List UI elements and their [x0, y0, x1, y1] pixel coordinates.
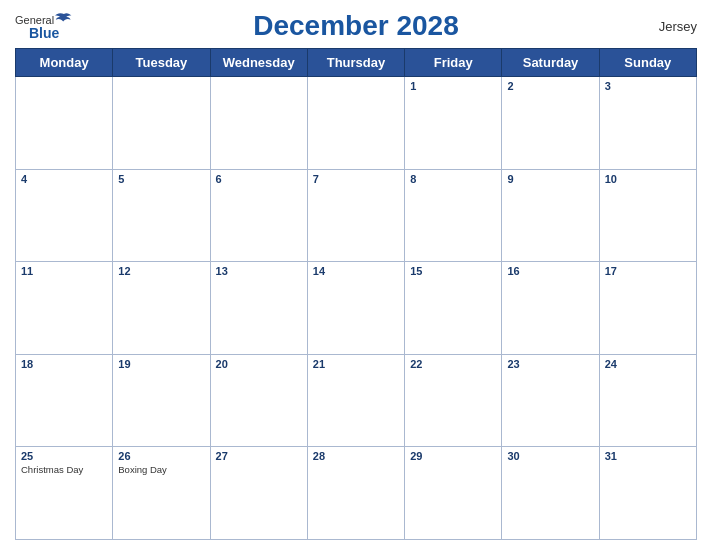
table-row: 1 — [405, 77, 502, 170]
calendar-header: General Blue December 2028 Jersey — [15, 10, 697, 42]
day-number: 23 — [507, 358, 593, 370]
day-number: 20 — [216, 358, 302, 370]
table-row: 28 — [307, 447, 404, 540]
table-row: 25Christmas Day — [16, 447, 113, 540]
table-row: 13 — [210, 262, 307, 355]
table-row: 31 — [599, 447, 696, 540]
day-number: 3 — [605, 80, 691, 92]
table-row — [307, 77, 404, 170]
header-wednesday: Wednesday — [210, 49, 307, 77]
day-number: 28 — [313, 450, 399, 462]
region-label: Jersey — [659, 19, 697, 34]
table-row: 14 — [307, 262, 404, 355]
table-row: 16 — [502, 262, 599, 355]
table-row: 3 — [599, 77, 696, 170]
table-row: 12 — [113, 262, 210, 355]
day-number: 25 — [21, 450, 107, 462]
table-row: 22 — [405, 354, 502, 447]
logo-bird-icon — [55, 12, 73, 26]
day-number: 5 — [118, 173, 204, 185]
table-row: 2 — [502, 77, 599, 170]
table-row: 30 — [502, 447, 599, 540]
table-row: 10 — [599, 169, 696, 262]
header-sunday: Sunday — [599, 49, 696, 77]
day-number: 7 — [313, 173, 399, 185]
header-monday: Monday — [16, 49, 113, 77]
table-row: 6 — [210, 169, 307, 262]
table-row: 17 — [599, 262, 696, 355]
calendar-table: Monday Tuesday Wednesday Thursday Friday… — [15, 48, 697, 540]
table-row: 15 — [405, 262, 502, 355]
day-number: 17 — [605, 265, 691, 277]
day-number: 4 — [21, 173, 107, 185]
header-saturday: Saturday — [502, 49, 599, 77]
table-row: 23 — [502, 354, 599, 447]
holiday-label: Christmas Day — [21, 464, 107, 475]
day-number: 9 — [507, 173, 593, 185]
day-number: 21 — [313, 358, 399, 370]
header-friday: Friday — [405, 49, 502, 77]
header-thursday: Thursday — [307, 49, 404, 77]
day-number: 11 — [21, 265, 107, 277]
calendar-week-row: 11121314151617 — [16, 262, 697, 355]
table-row — [113, 77, 210, 170]
table-row: 21 — [307, 354, 404, 447]
table-row: 20 — [210, 354, 307, 447]
day-number: 29 — [410, 450, 496, 462]
day-number: 31 — [605, 450, 691, 462]
day-number: 13 — [216, 265, 302, 277]
day-number: 10 — [605, 173, 691, 185]
table-row: 5 — [113, 169, 210, 262]
logo-general-text: General — [15, 14, 54, 26]
table-row: 4 — [16, 169, 113, 262]
table-row: 26Boxing Day — [113, 447, 210, 540]
day-number: 22 — [410, 358, 496, 370]
day-number: 30 — [507, 450, 593, 462]
table-row: 7 — [307, 169, 404, 262]
header-tuesday: Tuesday — [113, 49, 210, 77]
day-number: 27 — [216, 450, 302, 462]
table-row — [210, 77, 307, 170]
calendar-week-row: 25Christmas Day26Boxing Day2728293031 — [16, 447, 697, 540]
day-number: 1 — [410, 80, 496, 92]
table-row: 9 — [502, 169, 599, 262]
table-row: 18 — [16, 354, 113, 447]
day-number: 26 — [118, 450, 204, 462]
day-number: 2 — [507, 80, 593, 92]
day-number: 8 — [410, 173, 496, 185]
logo-blue-text: Blue — [29, 26, 59, 41]
day-number: 14 — [313, 265, 399, 277]
calendar-week-row: 123 — [16, 77, 697, 170]
table-row: 11 — [16, 262, 113, 355]
day-number: 15 — [410, 265, 496, 277]
table-row: 8 — [405, 169, 502, 262]
day-number: 24 — [605, 358, 691, 370]
table-row — [16, 77, 113, 170]
day-number: 16 — [507, 265, 593, 277]
day-number: 12 — [118, 265, 204, 277]
table-row: 24 — [599, 354, 696, 447]
logo: General Blue — [15, 11, 73, 41]
day-number: 18 — [21, 358, 107, 370]
calendar-week-row: 18192021222324 — [16, 354, 697, 447]
table-row: 27 — [210, 447, 307, 540]
days-header-row: Monday Tuesday Wednesday Thursday Friday… — [16, 49, 697, 77]
calendar-title: December 2028 — [253, 10, 458, 42]
holiday-label: Boxing Day — [118, 464, 204, 475]
calendar-week-row: 45678910 — [16, 169, 697, 262]
table-row: 29 — [405, 447, 502, 540]
table-row: 19 — [113, 354, 210, 447]
day-number: 19 — [118, 358, 204, 370]
day-number: 6 — [216, 173, 302, 185]
